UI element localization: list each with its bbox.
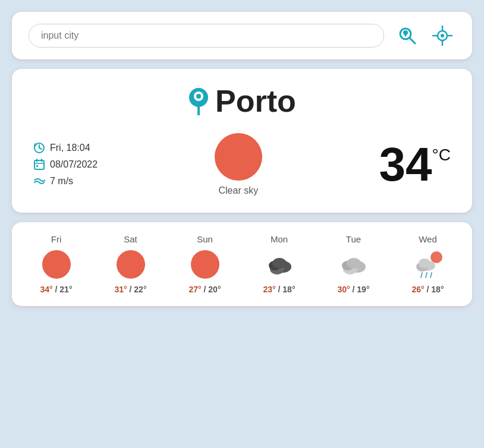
svg-line-36 (430, 273, 432, 277)
search-button[interactable] (394, 23, 420, 49)
svg-point-3 (405, 35, 407, 37)
wind-row: 7 m/s (33, 175, 98, 187)
cloud-light-icon (337, 250, 370, 279)
search-location-icon (395, 24, 419, 48)
forecast-icon-mon (263, 250, 296, 279)
day-label-wed: Wed (419, 234, 437, 244)
forecast-day-fri: Fri 34° / 21° (40, 234, 73, 294)
search-card (12, 12, 472, 59)
svg-line-35 (426, 273, 427, 277)
wind-value: 7 m/s (50, 176, 73, 187)
wind-icon (33, 175, 45, 187)
forecast-icon-sat (114, 250, 147, 279)
forecast-icon-fri (40, 250, 73, 279)
temp-range-sat: 31° / 22° (114, 285, 146, 294)
temperature-unit: °C (432, 146, 451, 165)
forecast-grid: Fri 34° / 21° Sat 31° / 22° Sun 27° / 20… (19, 234, 465, 294)
temp-range-mon: 23° / 18° (263, 285, 295, 294)
temp-range-tue: 30° / 19° (337, 285, 369, 294)
gps-icon (430, 24, 454, 48)
forecast-icon-tue (337, 250, 370, 279)
svg-point-33 (419, 258, 430, 268)
svg-point-1 (403, 30, 408, 35)
temp-range-wed: 26° / 18° (411, 285, 444, 294)
temperature-value: 34 (379, 141, 432, 188)
svg-point-5 (441, 34, 444, 37)
svg-rect-21 (36, 165, 38, 167)
svg-line-34 (421, 273, 422, 277)
time-row: Fri, 18:04 (33, 142, 98, 154)
svg-point-29 (347, 258, 361, 269)
svg-point-25 (272, 258, 287, 269)
city-header: Porto (33, 83, 451, 119)
day-label-sun: Sun (197, 234, 213, 244)
clock-icon (33, 142, 45, 154)
day-label-fri: Fri (51, 234, 62, 244)
forecast-day-wed: Wed 26° / 18° (411, 234, 445, 294)
city-main-section: Fri, 18:04 08/07/2022 7 m/s (33, 133, 451, 196)
cloud-rain-icon (411, 249, 445, 280)
weather-condition: Clear sky (218, 185, 258, 196)
temp-range-fri: 34° / 21° (40, 285, 72, 294)
weather-icon-section: Clear sky (215, 133, 262, 196)
location-pin-icon (188, 87, 209, 115)
forecast-day-mon: Mon 23° / 18° (263, 234, 296, 294)
cloud-dark-icon (263, 250, 296, 279)
locate-button[interactable] (429, 23, 455, 49)
svg-line-2 (410, 38, 415, 43)
svg-point-12 (196, 94, 201, 99)
sun-icon-main (215, 133, 262, 181)
forecast-icon-wed (411, 250, 445, 279)
city-name: Porto (215, 83, 296, 119)
calendar-icon (33, 159, 45, 171)
svg-line-16 (39, 148, 42, 149)
forecast-day-sat: Sat 31° / 22° (114, 234, 147, 294)
svg-rect-17 (34, 160, 44, 169)
city-search-input[interactable] (29, 24, 384, 48)
date-value: 08/07/2022 (50, 159, 98, 170)
day-label-sat: Sat (124, 234, 137, 244)
day-label-mon: Mon (271, 234, 288, 244)
forecast-card: Fri 34° / 21° Sat 31° / 22° Sun 27° / 20… (12, 222, 472, 306)
city-card: Porto Fri, 18:04 (12, 69, 472, 213)
temp-range-sun: 27° / 20° (188, 285, 221, 294)
forecast-day-sun: Sun 27° / 20° (188, 234, 222, 294)
day-label-tue: Tue (346, 234, 361, 244)
forecast-day-tue: Tue 30° / 19° (337, 234, 370, 294)
city-info: Fri, 18:04 08/07/2022 7 m/s (33, 142, 98, 187)
date-row: 08/07/2022 (33, 159, 98, 171)
time-value: Fri, 18:04 (50, 143, 90, 153)
temperature-display: 34 °C (379, 141, 451, 188)
forecast-icon-sun (188, 250, 222, 279)
svg-point-30 (430, 251, 442, 263)
